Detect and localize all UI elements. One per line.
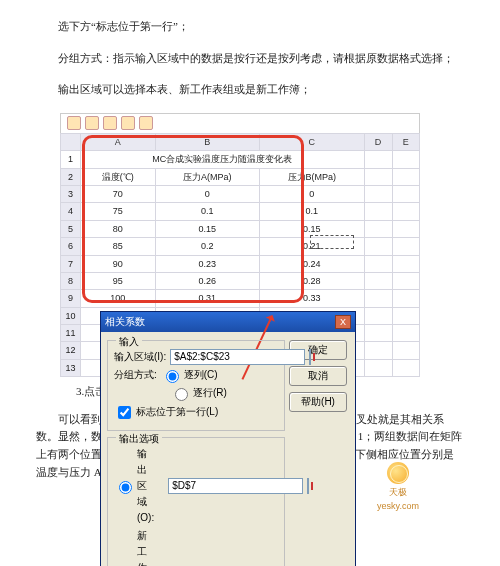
cell[interactable]: 100 [81,290,156,307]
row-head[interactable]: 2 [61,168,81,185]
col-head[interactable]: A [81,133,156,150]
cell[interactable]: 0.24 [260,255,365,272]
cell[interactable]: 0.23 [155,255,260,272]
dialog-correlation: 相关系数 X 确定 取消 帮助(H) 输入 输入区域(I): 分组方式: 逐列(… [100,311,356,566]
cell[interactable]: 温度(℃) [81,168,156,185]
grouping-label: 分组方式: [114,367,157,383]
checkbox-labels-first-row[interactable] [118,406,131,419]
toolbar-icon[interactable] [67,116,81,130]
input-range-field[interactable] [170,349,305,365]
cell[interactable]: 0.15 [155,220,260,237]
cell[interactable]: 0.33 [260,290,365,307]
input-range-label: 输入区域(I): [114,349,166,365]
row-head[interactable]: 11 [61,325,81,342]
radio-output-range[interactable] [119,481,132,494]
toolbar-icon[interactable] [121,116,135,130]
cell[interactable]: 0.2 [155,238,260,255]
cell[interactable]: 80 [81,220,156,237]
screenshot-figure: A B C D E 1MC合成实验温度压力随温度变化表 2温度(℃)压力A(MP… [60,113,420,377]
refpicker-icon[interactable] [307,478,309,494]
row-head[interactable]: 10 [61,307,81,324]
radio-new-worksheet-label: 新工作表组(P): [137,528,153,566]
fieldset-input-legend: 输入 [116,334,142,350]
cell[interactable]: 0 [155,185,260,202]
watermark-domain: yesky.com [363,499,433,513]
cell[interactable]: 70 [81,185,156,202]
excel-toolbar [60,113,420,133]
row-head[interactable]: 4 [61,203,81,220]
fieldset-output-legend: 输出选项 [116,431,162,447]
toolbar-icon[interactable] [103,116,117,130]
cell[interactable]: 0.31 [155,290,260,307]
para-output-options: 输出区域可以选择本表、新工作表组或是新工作簿； [36,81,464,99]
row-head[interactable]: 5 [61,220,81,237]
col-head[interactable]: B [155,133,260,150]
cell[interactable]: 0.1 [155,203,260,220]
cell[interactable]: 0.15 [260,220,365,237]
row-head[interactable]: 6 [61,238,81,255]
output-range-field[interactable] [168,478,303,494]
radio-output-range-label: 输出区域(O): [137,446,154,526]
table-title[interactable]: MC合成实验温度压力随温度变化表 [81,151,365,168]
row-head[interactable]: 1 [61,151,81,168]
cell[interactable]: 0 [260,185,365,202]
cell[interactable]: 95 [81,272,156,289]
cell[interactable]: 85 [81,238,156,255]
col-head[interactable]: D [364,133,392,150]
row-head[interactable]: 13 [61,359,81,376]
close-icon[interactable]: X [335,315,351,329]
radio-by-row[interactable] [175,388,188,401]
cancel-button[interactable]: 取消 [289,366,347,386]
checkbox-labels-first-row-label: 标志位于第一行(L) [136,404,218,420]
refpicker-icon[interactable] [309,349,311,365]
row-head[interactable]: 12 [61,342,81,359]
cell[interactable]: 90 [81,255,156,272]
row-head[interactable]: 8 [61,272,81,289]
para-first-row-flag: 选下方“标志位于第一行”； [36,18,464,36]
col-head[interactable]: E [392,133,419,150]
toolbar-icon[interactable] [139,116,153,130]
col-head[interactable]: C [260,133,365,150]
selectall-corner[interactable] [61,133,81,150]
cell[interactable]: 压力B(MPa) [260,168,365,185]
cell[interactable]: 压力A(MPa) [155,168,260,185]
cell[interactable]: 0.1 [260,203,365,220]
para-grouping: 分组方式：指示输入区域中的数据是按行还是按列考虑，请根据原数据格式选择； [36,50,464,68]
radio-by-column-label: 逐列(C) [184,367,218,383]
cell[interactable]: 0.21 [260,238,365,255]
cell[interactable]: 0.26 [155,272,260,289]
radio-by-row-label: 逐行(R) [193,385,227,401]
help-button[interactable]: 帮助(H) [289,392,347,412]
row-head[interactable]: 7 [61,255,81,272]
toolbar-icon[interactable] [85,116,99,130]
row-head[interactable]: 3 [61,185,81,202]
cell[interactable]: 75 [81,203,156,220]
cell[interactable]: 0.28 [260,272,365,289]
watermark-name: 天极 [363,485,433,499]
radio-by-column[interactable] [166,370,179,383]
dialog-title: 相关系数 [105,314,145,330]
row-head[interactable]: 9 [61,290,81,307]
